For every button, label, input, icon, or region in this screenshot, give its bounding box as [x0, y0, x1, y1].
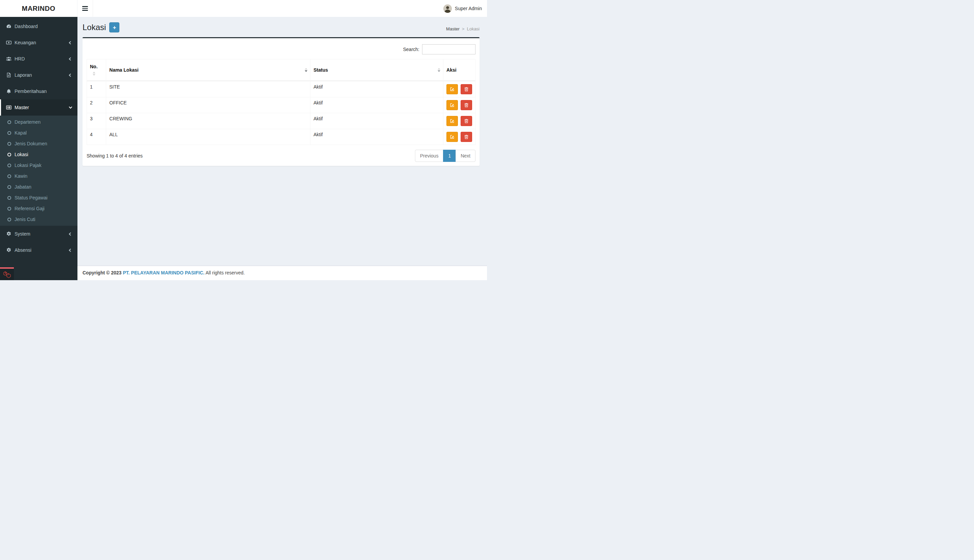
submenu-item-lokasi: Lokasi: [0, 149, 77, 160]
avatar-image: [443, 4, 452, 13]
file-text-icon: [6, 72, 15, 78]
sidebar-link-laporan[interactable]: Laporan: [0, 67, 77, 83]
submenu-item-status-pegawai: Status Pegawai: [0, 192, 77, 203]
sidebar-link-keuangan[interactable]: Keuangan: [0, 35, 77, 51]
laravel-icon: [3, 270, 11, 279]
submenu-link-jenis-cuti[interactable]: Jenis Cuti: [0, 214, 77, 225]
submenu-link-jenis-dokumen[interactable]: Jenis Dokumen: [0, 138, 77, 149]
sort-icon: [305, 68, 307, 72]
submenu-link-jabatan[interactable]: Jabatan: [0, 182, 77, 192]
edit-button[interactable]: [446, 116, 458, 126]
laravel-debugbar-toggle[interactable]: [0, 267, 14, 280]
submenu-link-lokasi-pajak[interactable]: Lokasi Pajak: [0, 160, 77, 171]
edit-button[interactable]: [446, 100, 458, 110]
circle-icon: [7, 163, 11, 167]
pagination-previous: Previous: [415, 150, 443, 162]
table-footer: Showing 1 to 4 of 4 entries Previous 1 N…: [87, 150, 476, 162]
brand-logo-text: MARINDO: [22, 5, 55, 13]
delete-button[interactable]: [461, 132, 472, 142]
sidebar-toggle-button[interactable]: [77, 0, 93, 17]
circle-icon: [7, 185, 11, 189]
column-header-nama-lokasi[interactable]: Nama Lokasi: [106, 60, 311, 81]
cell-status: Aktif: [311, 113, 443, 129]
user-avatar: [443, 4, 452, 13]
cell-nama: ALL: [106, 129, 311, 145]
submenu-link-kapal[interactable]: Kapal: [0, 127, 77, 138]
previous-button[interactable]: Previous: [415, 150, 443, 162]
search-input[interactable]: [422, 44, 476, 54]
sidebar-link-hrd[interactable]: HRD: [0, 51, 77, 67]
pencil-square-icon: [450, 135, 454, 139]
sidebar-link-master[interactable]: Master: [0, 99, 77, 116]
submenu-link-lokasi[interactable]: Lokasi: [0, 149, 77, 160]
sidebar-item-pemberitahuan: Pemberitahuan: [0, 83, 77, 99]
submenu-item-jabatan: Jabatan: [0, 182, 77, 192]
chevron-down-icon: [69, 105, 72, 109]
money-icon: [6, 40, 15, 45]
sidebar-link-pemberitahuan[interactable]: Pemberitahuan: [0, 83, 77, 99]
delete-button[interactable]: [461, 116, 472, 126]
sidebar-item-keuangan: Keuangan: [0, 35, 77, 51]
breadcrumb: Master > Lokasi: [446, 27, 479, 33]
submenu-item-jenis-dokumen: Jenis Dokumen: [0, 138, 77, 149]
trash-icon: [464, 135, 469, 139]
sidebar-link-dashboard[interactable]: Dashboard: [0, 18, 77, 35]
pagination: Previous 1 Next: [415, 150, 476, 162]
column-header-status[interactable]: Status: [311, 60, 443, 81]
submenu-item-referensi-gaji: Referensi Gaji: [0, 203, 77, 214]
table-header-row: No. Nama Lokasi Status Aksi: [87, 60, 476, 81]
circle-icon: [7, 142, 11, 146]
content-header: Lokasi + Master > Lokasi: [82, 22, 479, 33]
trash-icon: [464, 103, 469, 107]
footer-company-link[interactable]: PT. PELAYARAN MARINDO PASIFIC.: [123, 270, 204, 275]
edit-button[interactable]: [446, 84, 458, 94]
circle-icon: [7, 174, 11, 178]
page-1-button[interactable]: 1: [443, 150, 456, 162]
circle-icon: [7, 120, 11, 124]
cell-aksi: [443, 129, 476, 145]
trash-icon: [464, 87, 469, 92]
add-button[interactable]: +: [109, 22, 119, 32]
breadcrumb-master-link[interactable]: Master: [446, 27, 459, 32]
list-alt-icon: [6, 105, 15, 110]
submenu-item-lokasi-pajak: Lokasi Pajak: [0, 160, 77, 171]
brand-logo[interactable]: MARINDO: [0, 0, 77, 17]
page-footer: Copyright © 2023 PT. PELAYARAN MARINDO P…: [77, 266, 487, 280]
delete-button[interactable]: [461, 100, 472, 110]
circle-icon: [7, 207, 11, 210]
sidebar: Dashboard Keuangan HRD: [0, 17, 77, 280]
submenu-item-departemen: Departemen: [0, 117, 77, 127]
pencil-square-icon: [450, 118, 454, 123]
sort-icon: [438, 68, 440, 72]
navbar: Super Admin: [77, 0, 487, 17]
submenu-link-referensi-gaji[interactable]: Referensi Gaji: [0, 203, 77, 214]
sidebar-link-absensi[interactable]: Absensi: [0, 242, 77, 258]
data-panel: Search: No. Nama Lokasi Status: [82, 37, 479, 166]
chevron-left-icon: [69, 41, 72, 44]
submenu-link-departemen[interactable]: Departemen: [0, 117, 77, 127]
cell-nama: OFFICE: [106, 97, 311, 113]
edit-button[interactable]: [446, 132, 458, 142]
content-area: Lokasi + Master > Lokasi Search: No.: [77, 17, 487, 266]
sidebar-item-system: System: [0, 226, 77, 242]
master-submenu: Departemen Kapal Jenis Dokumen Lokasi Lo…: [0, 116, 77, 226]
column-header-no[interactable]: No.: [87, 60, 106, 81]
page-title: Lokasi: [82, 22, 106, 33]
sidebar-item-master: Master Departemen Kapal Jenis Dokumen Lo…: [0, 99, 77, 226]
user-menu[interactable]: Super Admin: [438, 0, 487, 17]
column-header-aksi: Aksi: [443, 60, 476, 81]
submenu-link-status-pegawai[interactable]: Status Pegawai: [0, 192, 77, 203]
cell-aksi: [443, 113, 476, 129]
circle-icon: [7, 153, 11, 157]
user-name: Super Admin: [455, 6, 482, 11]
next-button[interactable]: Next: [456, 150, 476, 162]
sidebar-link-system[interactable]: System: [0, 226, 77, 242]
submenu-link-kawin[interactable]: Kawin: [0, 171, 77, 182]
cell-no: 4: [87, 129, 106, 145]
table-row: 4 ALL Aktif: [87, 129, 476, 145]
table-row: 1 SITE Aktif: [87, 81, 476, 97]
users-icon: [6, 56, 15, 62]
chevron-left-icon: [69, 73, 72, 77]
search-label: Search:: [403, 47, 419, 52]
delete-button[interactable]: [461, 84, 472, 94]
